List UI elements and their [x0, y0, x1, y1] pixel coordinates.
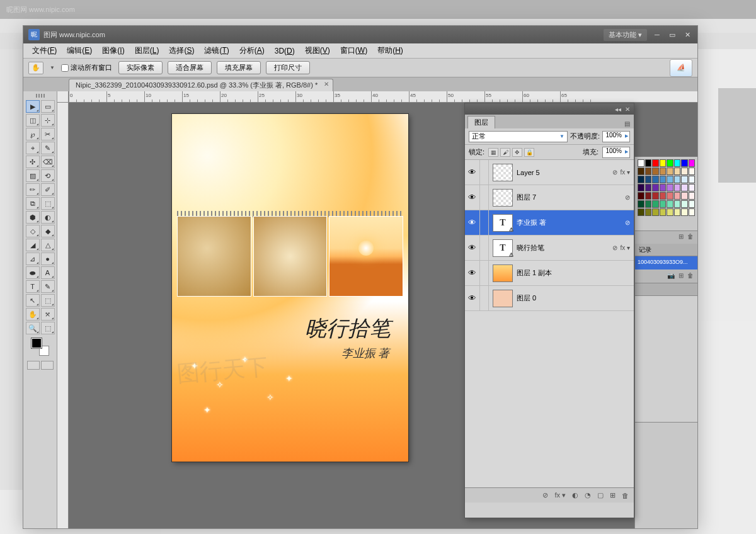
color-swatches[interactable] — [32, 338, 49, 356]
panel-grip-icon[interactable] — [26, 94, 54, 99]
swatch[interactable] — [652, 184, 659, 191]
swatch[interactable] — [681, 208, 688, 216]
menu-l[interactable]: 图层(L) — [130, 44, 164, 57]
tool-31[interactable]: ⤧ — [41, 308, 55, 321]
link-icon[interactable]: ⊘ — [625, 219, 630, 226]
swatch[interactable] — [674, 176, 681, 183]
menu-h[interactable]: 帮助(H) — [372, 44, 408, 57]
swatch[interactable] — [674, 192, 681, 200]
tool-14[interactable]: ⧉ — [26, 197, 40, 210]
tool-4[interactable]: ℘ — [26, 128, 40, 140]
swatch[interactable] — [689, 200, 696, 208]
menu-d[interactable]: 3D(D) — [270, 45, 300, 57]
tool-25[interactable]: A — [41, 266, 55, 279]
dropdown-arrow-icon[interactable]: ▼ — [50, 65, 55, 71]
adjustment-icon[interactable]: ◔ — [585, 491, 591, 499]
close-button[interactable]: ✕ — [682, 31, 692, 38]
swatch[interactable] — [645, 192, 652, 200]
tool-17[interactable]: ◐ — [41, 211, 55, 224]
tool-20[interactable]: ◢ — [26, 239, 40, 251]
link-layers-icon[interactable]: ⊘ — [542, 491, 548, 499]
swatch[interactable] — [638, 159, 644, 167]
swatch[interactable] — [645, 208, 652, 216]
swatch[interactable] — [645, 176, 652, 183]
swatch[interactable] — [681, 200, 688, 208]
layer-name[interactable]: Layer 5 — [517, 169, 612, 176]
lock-transparency-icon[interactable]: ▦ — [488, 148, 498, 157]
layer-thumbnail[interactable]: ⚠ — [493, 214, 513, 232]
quickmask-mode-button[interactable] — [41, 361, 54, 370]
menu-i[interactable]: 图像(I) — [97, 44, 129, 57]
document-tab[interactable]: Nipic_3362399_201004030939330912.60.psd … — [69, 79, 333, 91]
layer-row[interactable]: 👁⚠晓行拾笔⊘fx ▾ — [465, 236, 634, 261]
layer-row[interactable]: 👁图层 1 副本 — [465, 261, 634, 286]
layer-row[interactable]: 👁⚠李业振 著⊘ — [465, 210, 634, 236]
blend-mode-select[interactable]: 正常 ▼ — [469, 131, 568, 142]
link-column[interactable] — [480, 160, 489, 185]
swatch[interactable] — [689, 168, 696, 175]
swatch[interactable] — [681, 184, 688, 191]
link-icon[interactable]: ⊘ — [612, 244, 617, 251]
menu-w[interactable]: 窗口(W) — [335, 44, 372, 57]
swatch[interactable] — [645, 184, 652, 191]
swatch[interactable] — [660, 208, 667, 216]
link-column[interactable] — [480, 261, 489, 285]
group-icon[interactable]: ▢ — [597, 491, 604, 499]
tool-7[interactable]: ✎ — [41, 142, 55, 154]
swatch[interactable] — [652, 200, 659, 208]
horizontal-ruler[interactable]: 05101520253035404550556065 — [69, 91, 697, 103]
tool-19[interactable]: ◆ — [41, 225, 55, 237]
swatch[interactable] — [652, 176, 659, 183]
swatch[interactable] — [667, 200, 673, 208]
layer-thumbnail[interactable] — [493, 164, 513, 181]
swatch[interactable] — [660, 176, 667, 183]
scroll-all-input[interactable] — [61, 64, 69, 72]
swatch[interactable] — [645, 200, 652, 208]
swatch[interactable] — [689, 176, 696, 183]
layer-name[interactable]: 图层 0 — [517, 293, 630, 303]
swatch[interactable] — [638, 176, 644, 183]
tool-18[interactable]: ◇ — [26, 225, 40, 237]
lock-pixels-icon[interactable]: 🖌 — [500, 148, 510, 157]
fill-input[interactable]: 100% ▶ — [602, 147, 630, 158]
swatch[interactable] — [681, 192, 688, 200]
tool-0[interactable]: ▶ — [26, 100, 40, 113]
menu-e[interactable]: 编辑(E) — [62, 44, 97, 57]
layer-name[interactable]: 晓行拾笔 — [517, 243, 612, 253]
tool-11[interactable]: ⟲ — [41, 169, 55, 182]
layer-name[interactable]: 李业振 著 — [517, 218, 625, 227]
layer-thumbnail[interactable] — [493, 290, 513, 307]
new-swatch-icon[interactable]: ⊞ — [679, 233, 684, 242]
swatch[interactable] — [667, 176, 673, 183]
swatch[interactable] — [674, 184, 681, 191]
empty-panel-tab[interactable] — [635, 283, 697, 296]
menu-t[interactable]: 滤镜(T) — [199, 44, 234, 57]
option-button-1[interactable]: 适合屏幕 — [168, 61, 212, 74]
tool-2[interactable]: ◫ — [26, 114, 40, 127]
swatch[interactable] — [652, 192, 659, 200]
tool-1[interactable]: ▭ — [41, 100, 55, 113]
ruler-origin[interactable] — [57, 91, 69, 103]
panel-close-icon[interactable]: ✕ — [625, 106, 630, 113]
tool-32[interactable]: 🔍 — [26, 322, 40, 334]
delete-layer-icon[interactable]: 🗑 — [622, 492, 629, 499]
tool-6[interactable]: ⌖ — [26, 142, 40, 154]
menu-v[interactable]: 视图(V) — [300, 44, 335, 57]
tool-21[interactable]: △ — [41, 239, 55, 251]
tool-10[interactable]: ▨ — [26, 169, 40, 182]
history-delete-icon[interactable]: 🗑 — [687, 272, 694, 281]
link-icon[interactable]: ⊘ — [625, 194, 630, 201]
tool-15[interactable]: ⬚ — [41, 197, 55, 210]
swatch[interactable] — [681, 168, 688, 175]
lock-all-icon[interactable]: 🔒 — [524, 148, 534, 157]
tool-23[interactable]: ● — [41, 253, 55, 265]
swatch[interactable] — [674, 159, 681, 167]
tool-16[interactable]: ⬢ — [26, 211, 40, 224]
option-button-0[interactable]: 实际像素 — [118, 61, 163, 74]
delete-swatch-icon[interactable]: 🗑 — [687, 233, 694, 242]
tool-27[interactable]: ✎ — [41, 280, 55, 293]
vertical-ruler[interactable] — [57, 103, 69, 528]
swatch[interactable] — [681, 159, 688, 167]
swatch[interactable] — [667, 159, 673, 167]
maximize-button[interactable]: ▭ — [667, 31, 677, 38]
